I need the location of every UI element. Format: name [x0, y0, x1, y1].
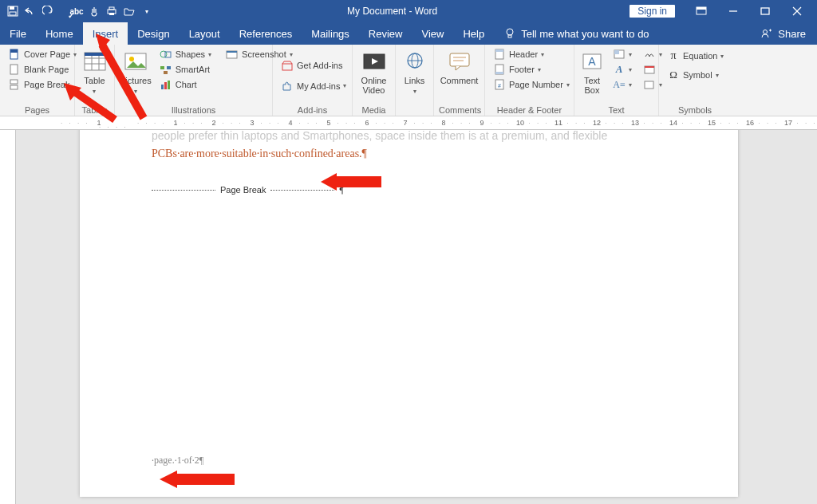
- wordart-button[interactable]: A▾: [610, 62, 635, 77]
- blank-page-icon: [8, 63, 21, 76]
- svg-point-12: [507, 29, 513, 35]
- qat-divider: [57, 2, 67, 20]
- pilcrow-icon: ¶: [339, 185, 343, 195]
- tab-layout[interactable]: Layout: [180, 22, 230, 45]
- svg-rect-19: [10, 85, 18, 89]
- footer-label: Footer: [509, 65, 535, 74]
- table-label: Table: [84, 76, 105, 85]
- header-label: Header: [509, 49, 538, 59]
- close-icon[interactable]: [783, 0, 811, 22]
- open-icon[interactable]: [121, 2, 137, 20]
- cover-page-icon: [8, 48, 21, 61]
- header-button[interactable]: Header▾: [490, 47, 573, 61]
- share-button[interactable]: Share: [778, 28, 806, 40]
- tab-insert[interactable]: Insert: [83, 22, 128, 45]
- links-button[interactable]: Links▾: [401, 47, 428, 104]
- horizontal-ruler[interactable]: 1123456789101112131415161718: [0, 116, 817, 130]
- cover-page-button[interactable]: Cover Page▾: [5, 47, 80, 61]
- lightbulb-icon: [503, 27, 516, 40]
- page-break-button[interactable]: Page Break: [5, 77, 80, 92]
- get-addins-button[interactable]: Get Add-ins: [278, 58, 349, 73]
- svg-rect-17: [10, 65, 18, 74]
- svg-rect-2: [10, 12, 16, 15]
- blank-page-button[interactable]: Blank Page: [5, 62, 80, 77]
- quickparts-icon: [613, 48, 626, 61]
- tab-help[interactable]: Help: [453, 22, 494, 45]
- body-line-1: people prefer thin laptops and Smartphon…: [152, 130, 607, 142]
- quickprint-icon[interactable]: [104, 2, 120, 20]
- svg-rect-43: [450, 53, 469, 66]
- touch-icon[interactable]: [86, 2, 102, 20]
- group-media-label: Media: [357, 104, 390, 116]
- page-number-button[interactable]: #Page Number▾: [490, 77, 573, 92]
- svg-rect-34: [164, 82, 167, 89]
- pictures-button[interactable]: Pictures▾: [120, 47, 152, 104]
- links-label: Links: [405, 76, 425, 85]
- svg-rect-13: [508, 35, 511, 37]
- svg-rect-32: [164, 71, 168, 74]
- equation-button[interactable]: πEquation ▾: [664, 49, 727, 63]
- maximize-icon[interactable]: [752, 0, 779, 22]
- shapes-button[interactable]: Shapes▾: [156, 47, 215, 61]
- svg-rect-16: [10, 49, 18, 53]
- smartart-button[interactable]: SmartArt: [156, 62, 215, 77]
- svg-rect-49: [495, 72, 503, 74]
- page-footer: ·page.·1·of·2¶: [152, 455, 203, 467]
- textbox-button[interactable]: A Text Box: [579, 47, 605, 104]
- ribbon-display-icon[interactable]: [688, 0, 715, 22]
- svg-rect-31: [167, 66, 171, 69]
- wordart-icon: A: [613, 63, 626, 76]
- tab-references[interactable]: References: [230, 22, 302, 45]
- svg-rect-33: [161, 85, 164, 89]
- tell-me[interactable]: Tell me what you want to do: [503, 27, 649, 40]
- signin-button[interactable]: Sign in: [630, 5, 675, 18]
- shapes-label: Shapes: [176, 49, 205, 59]
- equation-label: Equation: [683, 51, 717, 61]
- pictures-label: Pictures: [120, 76, 152, 85]
- svg-rect-1: [10, 6, 14, 10]
- spelling-icon[interactable]: abc✓: [69, 2, 85, 20]
- symbol-icon: Ω: [667, 69, 680, 81]
- group-links-label: [401, 104, 428, 116]
- cover-page-label: Cover Page: [24, 49, 70, 59]
- svg-rect-35: [168, 81, 170, 89]
- svg-rect-18: [10, 80, 18, 84]
- signature-icon: [643, 48, 656, 61]
- page-break-icon: [8, 78, 21, 91]
- tab-design[interactable]: Design: [128, 22, 179, 45]
- tab-mailings[interactable]: Mailings: [302, 22, 359, 45]
- tab-view[interactable]: View: [412, 22, 453, 45]
- group-comments-label: Comments: [439, 104, 480, 116]
- minimize-icon[interactable]: [720, 0, 747, 22]
- save-icon[interactable]: [5, 2, 21, 20]
- group-text-label: Text: [579, 104, 653, 116]
- table-button[interactable]: Table▾: [80, 47, 109, 104]
- footer-button[interactable]: Footer▾: [490, 62, 573, 77]
- title-bar: abc✓ ▾ My Document - Word Sign in: [0, 0, 817, 22]
- page-break-marker: Page Break ¶: [152, 185, 666, 195]
- chart-icon: [160, 78, 172, 91]
- symbol-button[interactable]: ΩSymbol▾: [664, 68, 727, 82]
- online-video-button[interactable]: Online Video: [357, 47, 390, 104]
- page-1[interactable]: people prefer thin laptops and Smartphon…: [80, 130, 738, 497]
- menu-bar: File Home Insert Design Layout Reference…: [0, 22, 817, 45]
- my-addins-button[interactable]: My Add-ins ▾: [278, 79, 349, 93]
- get-addins-label: Get Add-ins: [297, 61, 342, 70]
- tab-file[interactable]: File: [0, 22, 36, 45]
- group-tables-label: Tables: [80, 104, 109, 116]
- tab-home[interactable]: Home: [36, 22, 83, 45]
- qat-dropdown-icon[interactable]: ▾: [139, 2, 155, 20]
- body-line-2: PCBs·are·more·suitable·in·such·confined·…: [80, 145, 738, 163]
- smartart-label: SmartArt: [176, 65, 210, 74]
- comment-button[interactable]: Comment: [439, 47, 480, 104]
- vertical-ruler[interactable]: [0, 130, 16, 504]
- tab-review[interactable]: Review: [359, 22, 412, 45]
- svg-text:#: #: [498, 83, 501, 89]
- datetime-icon: [643, 63, 656, 76]
- redo-icon[interactable]: [40, 2, 56, 20]
- quickparts-button[interactable]: ▾: [610, 47, 635, 61]
- quick-access-toolbar: abc✓ ▾: [0, 2, 155, 20]
- undo-icon[interactable]: [22, 2, 38, 20]
- dropcap-button[interactable]: A≡▾: [610, 77, 635, 92]
- chart-button[interactable]: Chart: [156, 77, 215, 92]
